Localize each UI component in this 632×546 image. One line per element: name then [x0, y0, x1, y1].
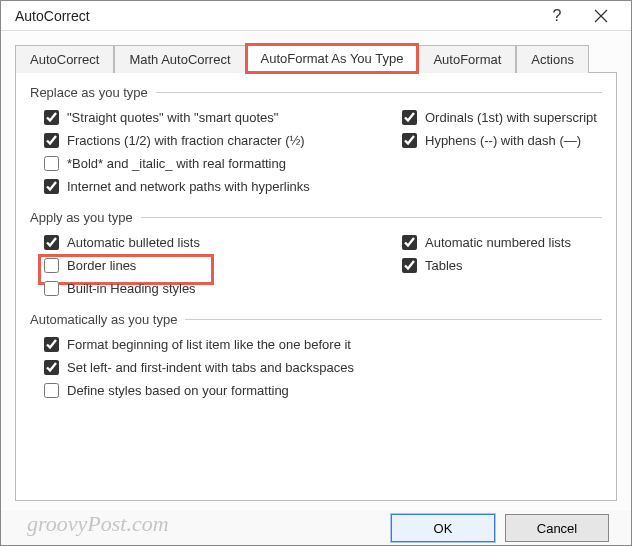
checkbox-ordinals[interactable]: [402, 110, 417, 125]
chk-smart-quotes[interactable]: "Straight quotes" with "smart quotes": [44, 110, 402, 125]
checkbox-hyphens[interactable]: [402, 133, 417, 148]
tab-actions[interactable]: Actions: [516, 45, 589, 73]
chk-bold-italic[interactable]: *Bold* and _italic_ with real formatting: [44, 156, 402, 171]
chk-hyperlinks[interactable]: Internet and network paths with hyperlin…: [44, 179, 402, 194]
tab-math-autocorrect[interactable]: Math AutoCorrect: [114, 45, 245, 73]
dialog-footer: groovyPost.com OK Cancel: [1, 511, 631, 545]
chk-format-list[interactable]: Format beginning of list item like the o…: [44, 337, 602, 352]
checkbox-heading-styles[interactable]: [44, 281, 59, 296]
help-button[interactable]: ?: [535, 1, 579, 30]
tab-autoformat-as-you-type[interactable]: AutoFormat As You Type: [246, 44, 419, 73]
section-apply-label: Apply as you type: [30, 210, 602, 225]
section-auto-options: Format beginning of list item like the o…: [30, 337, 602, 406]
checkbox-bold-italic[interactable]: [44, 156, 59, 171]
tab-autoformat[interactable]: AutoFormat: [418, 45, 516, 73]
chk-border-lines[interactable]: Border lines: [44, 258, 402, 273]
checkbox-bulleted-lists[interactable]: [44, 235, 59, 250]
tab-strip: AutoCorrect Math AutoCorrect AutoFormat …: [15, 43, 617, 73]
chk-hyphens[interactable]: Hyphens (--) with dash (—): [402, 133, 602, 148]
section-replace-label: Replace as you type: [30, 85, 602, 100]
apply-right-col: Automatic numbered lists Tables: [402, 235, 602, 304]
dialog-title: AutoCorrect: [15, 8, 535, 24]
checkbox-smart-quotes[interactable]: [44, 110, 59, 125]
replace-right-col: Ordinals (1st) with superscript Hyphens …: [402, 110, 602, 202]
chk-numbered-lists[interactable]: Automatic numbered lists: [402, 235, 602, 250]
chk-bulleted-lists[interactable]: Automatic bulleted lists: [44, 235, 402, 250]
checkbox-hyperlinks[interactable]: [44, 179, 59, 194]
close-button[interactable]: [579, 1, 623, 30]
checkbox-format-list[interactable]: [44, 337, 59, 352]
section-auto-label: Automatically as you type: [30, 312, 602, 327]
section-replace-options: "Straight quotes" with "smart quotes" Fr…: [30, 110, 602, 202]
chk-ordinals[interactable]: Ordinals (1st) with superscript: [402, 110, 602, 125]
apply-left-col: Automatic bulleted lists Border lines Bu…: [44, 235, 402, 304]
cancel-button[interactable]: Cancel: [505, 514, 609, 542]
chk-tables[interactable]: Tables: [402, 258, 602, 273]
chk-fractions[interactable]: Fractions (1/2) with fraction character …: [44, 133, 402, 148]
checkbox-tabs-backspace[interactable]: [44, 360, 59, 375]
checkbox-numbered-lists[interactable]: [402, 235, 417, 250]
ok-button[interactable]: OK: [391, 514, 495, 542]
checkbox-tables[interactable]: [402, 258, 417, 273]
chk-heading-styles[interactable]: Built-in Heading styles: [44, 281, 402, 296]
titlebar: AutoCorrect ?: [1, 1, 631, 31]
checkbox-border-lines[interactable]: [44, 258, 59, 273]
replace-left-col: "Straight quotes" with "smart quotes" Fr…: [44, 110, 402, 202]
chk-tabs-backspace[interactable]: Set left- and first-indent with tabs and…: [44, 360, 602, 375]
section-apply-options: Automatic bulleted lists Border lines Bu…: [30, 235, 602, 304]
autocorrect-dialog: AutoCorrect ? AutoCorrect Math AutoCorre…: [0, 0, 632, 546]
checkbox-define-styles[interactable]: [44, 383, 59, 398]
checkbox-fractions[interactable]: [44, 133, 59, 148]
chk-define-styles[interactable]: Define styles based on your formatting: [44, 383, 602, 398]
tab-autocorrect[interactable]: AutoCorrect: [15, 45, 114, 73]
auto-col: Format beginning of list item like the o…: [44, 337, 602, 406]
dialog-content: AutoCorrect Math AutoCorrect AutoFormat …: [1, 31, 631, 511]
tab-panel: Replace as you type "Straight quotes" wi…: [15, 73, 617, 501]
close-icon: [594, 9, 608, 23]
watermark: groovyPost.com: [27, 511, 169, 537]
